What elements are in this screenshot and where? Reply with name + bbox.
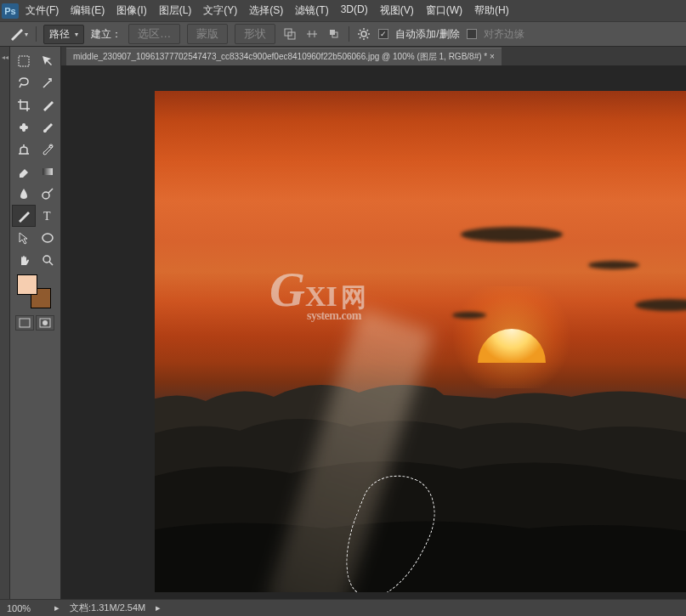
auto-add-delete-label: 自动添加/删除 <box>395 27 459 42</box>
foreground-color-swatch[interactable] <box>17 274 37 295</box>
document-info[interactable]: 文档:1.31M/2.54M <box>70 602 145 614</box>
move-tool[interactable] <box>36 50 60 72</box>
path-selection-tool[interactable] <box>12 227 36 249</box>
divider <box>349 26 349 42</box>
type-tool[interactable]: T <box>36 205 60 227</box>
menu-filter[interactable]: 滤镜(T) <box>295 3 328 18</box>
svg-rect-5 <box>19 56 29 66</box>
eyedropper-tool[interactable] <box>36 94 60 116</box>
make-shape-button[interactable]: 形状 <box>235 24 275 44</box>
color-swatches[interactable] <box>17 274 51 308</box>
quickmask-mode-button[interactable] <box>36 315 54 331</box>
path-ops-combine-icon[interactable] <box>282 26 298 42</box>
svg-point-13 <box>43 256 50 263</box>
gradient-tool[interactable] <box>36 161 60 183</box>
svg-rect-9 <box>43 168 53 175</box>
gear-icon[interactable] <box>356 26 371 42</box>
document-tab-bar: middle_230907_10961377702547473_cc8334c9… <box>61 47 686 65</box>
cloud <box>588 261 639 269</box>
watermark-cn: 网 <box>341 283 366 311</box>
path-mode-value: 路径 <box>49 27 70 42</box>
current-tool-indicator[interactable]: ▾ <box>9 24 29 44</box>
status-separator-icon: ▸ <box>54 602 60 613</box>
menu-file[interactable]: 文件(F) <box>26 3 59 18</box>
svg-point-10 <box>43 192 49 199</box>
cloud <box>461 227 563 242</box>
main-area: ◂◂ T <box>0 47 686 599</box>
crop-tool[interactable] <box>12 94 36 116</box>
dodge-tool[interactable] <box>36 183 60 205</box>
divider <box>36 26 37 42</box>
zoom-tool[interactable] <box>36 249 60 271</box>
image-canvas[interactable]: GXI网 system.com <box>155 91 686 592</box>
options-bar: ▾ 路径 ▾ 建立： 选区… 蒙版 形状 自动添加/删除 对齐边缘 <box>0 21 686 47</box>
menu-bar: 文件(F) 编辑(E) 图像(I) 图层(L) 文字(Y) 选择(S) 滤镜(T… <box>26 3 509 18</box>
chevron-down-icon: ▾ <box>25 31 28 38</box>
marquee-tool[interactable] <box>12 50 36 72</box>
watermark: GXI网 system.com <box>269 261 366 323</box>
menu-edit[interactable]: 编辑(E) <box>71 3 105 18</box>
left-gutter: ◂◂ <box>0 47 10 599</box>
path-mode-select[interactable]: 路径 ▾ <box>43 25 84 44</box>
app-logo: Ps <box>2 3 19 19</box>
pen-tool[interactable] <box>12 205 36 227</box>
menu-window[interactable]: 窗口(W) <box>426 3 462 18</box>
lasso-tool[interactable] <box>12 72 36 94</box>
brush-tool[interactable] <box>36 116 60 138</box>
shape-tool[interactable] <box>36 227 60 249</box>
cloud <box>635 299 686 311</box>
svg-text:T: T <box>43 210 51 223</box>
menu-image[interactable]: 图像(I) <box>116 3 146 18</box>
svg-point-12 <box>43 234 53 242</box>
watermark-sub: system.com <box>307 309 366 323</box>
history-brush-tool[interactable] <box>36 138 60 161</box>
path-align-icon[interactable] <box>304 26 320 42</box>
mountains <box>155 354 686 592</box>
magic-wand-tool[interactable] <box>36 72 60 94</box>
menu-3d[interactable]: 3D(D) <box>341 3 368 18</box>
menu-type[interactable]: 文字(Y) <box>203 3 237 18</box>
eraser-tool[interactable] <box>12 161 36 183</box>
document-tab-title: middle_230907_10961377702547473_cc8334c9… <box>73 51 495 63</box>
svg-point-16 <box>43 320 48 325</box>
zoom-level[interactable]: 100% <box>7 603 44 613</box>
pen-icon <box>9 27 23 41</box>
hand-tool[interactable] <box>12 249 36 271</box>
toolbox: T <box>10 47 61 599</box>
document-area: middle_230907_10961377702547473_cc8334c9… <box>61 47 686 599</box>
menu-view[interactable]: 视图(V) <box>380 3 414 18</box>
canvas-viewport[interactable]: GXI网 system.com <box>61 65 686 599</box>
svg-point-4 <box>361 31 366 37</box>
align-edges-checkbox[interactable] <box>467 29 477 39</box>
watermark-g: G <box>269 261 305 318</box>
clone-stamp-tool[interactable] <box>12 138 36 161</box>
healing-brush-tool[interactable] <box>12 116 36 138</box>
panel-collapse-icon[interactable]: ◂◂ <box>2 54 9 61</box>
auto-add-delete-checkbox[interactable] <box>378 29 388 39</box>
path-arrange-icon[interactable] <box>326 26 342 42</box>
make-selection-button[interactable]: 选区… <box>128 24 180 44</box>
cloud <box>452 312 486 319</box>
chevron-down-icon: ▾ <box>75 31 78 38</box>
menu-help[interactable]: 帮助(H) <box>474 3 509 18</box>
watermark-xi: XI <box>305 280 337 313</box>
build-label: 建立： <box>91 27 122 42</box>
status-bar: 100% ▸ 文档:1.31M/2.54M ▸ <box>0 599 686 616</box>
svg-rect-14 <box>20 319 30 327</box>
blur-tool[interactable] <box>12 183 36 205</box>
app-header: Ps 文件(F) 编辑(E) 图像(I) 图层(L) 文字(Y) 选择(S) 滤… <box>0 0 686 21</box>
status-menu-icon[interactable]: ▸ <box>156 602 161 613</box>
make-mask-button[interactable]: 蒙版 <box>187 24 228 44</box>
standard-mode-button[interactable] <box>15 315 34 331</box>
menu-select[interactable]: 选择(S) <box>249 3 283 18</box>
document-tab[interactable]: middle_230907_10961377702547473_cc8334c9… <box>66 48 502 65</box>
align-edges-label: 对齐边缘 <box>484 27 524 42</box>
menu-layer[interactable]: 图层(L) <box>159 3 192 18</box>
svg-rect-7 <box>22 123 26 132</box>
